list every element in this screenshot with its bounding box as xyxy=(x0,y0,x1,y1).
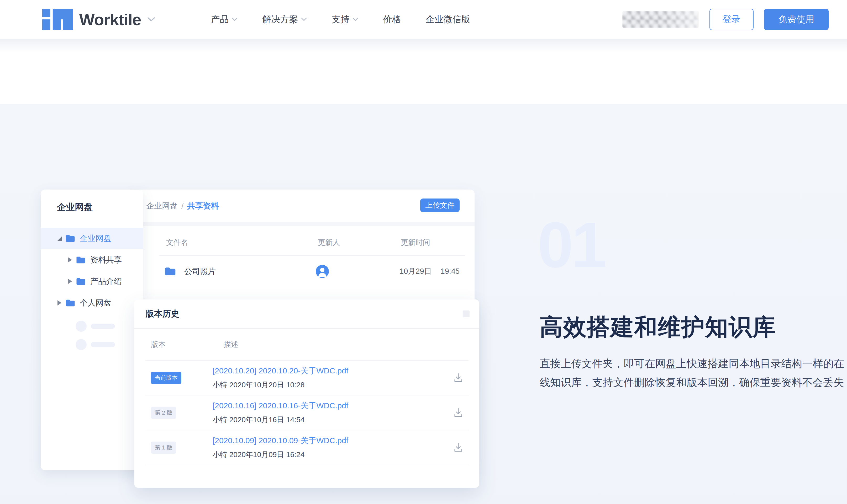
square-placeholder-icon[interactable] xyxy=(463,310,470,317)
version-badge: 第 1 版 xyxy=(151,442,176,454)
tree-item-label: 个人网盘 xyxy=(80,298,111,308)
folder-tree: 企业网盘 资料共享 产品介绍 个人 xyxy=(41,228,143,350)
nav-item-label: 价格 xyxy=(383,13,401,25)
version-history-modal: 版本历史 版本 描述 当前版本 [2020.10.20] 2020.10.20-… xyxy=(134,300,479,488)
version-table-header: 版本 描述 xyxy=(134,329,479,360)
version-row: 当前版本 [2020.10.20] 2020.10.20-关于WDC.pdf 小… xyxy=(145,360,468,395)
version-row: 第 1 版 [2020.10.09] 2020.10.09-关于WDC.pdf … xyxy=(145,430,468,465)
nav-item-label: 企业微信版 xyxy=(426,13,470,25)
tree-item-shared-materials[interactable]: 资料共享 xyxy=(41,249,143,270)
breadcrumb-root[interactable]: 企业网盘 xyxy=(146,201,178,211)
caret-right-icon[interactable] xyxy=(57,300,62,306)
feature-heading: 高效搭建和维护知识库 xyxy=(540,311,776,343)
version-badge-cell: 当前版本 xyxy=(145,372,213,384)
breadcrumb-separator: / xyxy=(182,202,184,211)
brand-name: Worktile xyxy=(79,10,141,29)
drive-sidebar-card: 企业网盘 企业网盘 资料共享 产品介绍 xyxy=(41,190,143,470)
folder-icon xyxy=(76,256,86,264)
version-info: [2020.10.20] 2020.10.20-关于WDC.pdf 小特 202… xyxy=(213,365,348,390)
chevron-down-icon xyxy=(352,18,358,21)
tree-item-enterprise-drive[interactable]: 企业网盘 xyxy=(41,228,143,249)
file-updated-time: 10月29日 19:45 xyxy=(399,266,460,277)
nav-menu: 产品 解决方案 支持 价格 企业微信版 xyxy=(211,13,495,25)
tree-item-product-intro[interactable]: 产品介绍 xyxy=(41,271,143,292)
version-table-bottom-divider xyxy=(145,465,468,488)
nav-item-label: 产品 xyxy=(211,13,229,25)
folder-icon xyxy=(66,235,75,242)
upload-file-button[interactable]: 上传文件 xyxy=(420,198,460,212)
chevron-down-icon xyxy=(232,18,238,21)
download-icon[interactable] xyxy=(453,372,464,384)
chevron-down-icon xyxy=(301,18,307,21)
nav-item-pricing[interactable]: 价格 xyxy=(383,13,401,25)
worktile-logo[interactable]: Worktile xyxy=(42,9,155,30)
caret-right-icon[interactable] xyxy=(68,257,72,263)
tree-item-label: 资料共享 xyxy=(90,255,122,265)
version-meta: 小特 2020年10月16日 14:54 xyxy=(213,415,348,425)
folder-icon xyxy=(66,299,75,307)
nav-item-support[interactable]: 支持 xyxy=(331,13,358,25)
caret-right-icon[interactable] xyxy=(68,279,72,284)
nav-item-products[interactable]: 产品 xyxy=(211,13,238,25)
tree-item-label: 产品介绍 xyxy=(90,276,122,287)
skeleton-circle xyxy=(75,321,87,332)
download-icon[interactable] xyxy=(453,407,464,419)
version-badge-current: 当前版本 xyxy=(151,372,182,384)
version-meta: 小特 2020年10月09日 16:24 xyxy=(213,450,348,460)
free-trial-button[interactable]: 免费使用 xyxy=(764,8,829,30)
download-icon[interactable] xyxy=(453,442,464,454)
updated-date: 10月29日 xyxy=(399,267,432,275)
skeleton-row xyxy=(75,321,143,332)
nav-right-group: 登录 免费使用 xyxy=(622,8,829,30)
skeleton-bar xyxy=(91,342,115,347)
folder-icon xyxy=(165,267,176,276)
tree-item-personal-drive[interactable]: 个人网盘 xyxy=(41,292,143,313)
version-row: 第 2 版 [2020.10.16] 2020.10.16-关于WDC.pdf … xyxy=(145,395,468,430)
feature-description: 直接上传文件夹，即可在网盘上快速搭建同本地目录结构一样的在线知识库，支持文件删除… xyxy=(540,354,847,392)
file-table-row[interactable]: 公司照片 10月29日 19:45 xyxy=(131,256,474,287)
version-info: [2020.10.16] 2020.10.16-关于WDC.pdf 小特 202… xyxy=(213,400,348,425)
caret-down-icon[interactable] xyxy=(57,236,62,241)
breadcrumb-current: 共享资料 xyxy=(187,201,219,211)
nav-item-solutions[interactable]: 解决方案 xyxy=(262,13,307,25)
top-navbar: Worktile 产品 解决方案 支持 价格 企业微信版 xyxy=(0,0,847,39)
worktile-logo-icon xyxy=(42,9,73,30)
feature-index-watermark: 01 xyxy=(538,213,605,277)
column-header-version: 版本 xyxy=(151,340,224,349)
skeleton-row xyxy=(75,339,143,350)
drive-toolbar: 企业网盘 / 共享资料 上传文件 xyxy=(131,190,474,222)
modal-title: 版本历史 xyxy=(146,308,179,320)
column-header-filename: 文件名 xyxy=(166,238,318,248)
toolbar-divider-strip xyxy=(131,222,474,226)
skeleton-circle xyxy=(75,339,87,350)
version-badge: 第 2 版 xyxy=(151,407,176,419)
updated-clock: 19:45 xyxy=(441,267,460,275)
worktile-landing-page: Worktile 产品 解决方案 支持 价格 企业微信版 xyxy=(0,0,847,504)
file-table-header: 文件名 更新人 更新时间 xyxy=(131,226,474,248)
modal-header: 版本历史 xyxy=(134,300,479,328)
nav-item-wechat-work[interactable]: 企业微信版 xyxy=(426,13,470,25)
nav-item-label: 支持 xyxy=(331,13,349,25)
version-badge-cell: 第 2 版 xyxy=(145,407,213,419)
version-file-link[interactable]: [2020.10.16] 2020.10.16-关于WDC.pdf xyxy=(213,400,348,411)
navbar-shadow xyxy=(0,39,847,55)
column-header-updated-time: 更新时间 xyxy=(401,238,430,248)
sidebar-title: 企业网盘 xyxy=(41,190,143,213)
login-button[interactable]: 登录 xyxy=(709,8,754,30)
chevron-down-icon xyxy=(147,17,155,22)
version-file-link[interactable]: [2020.10.09] 2020.10.09-关于WDC.pdf xyxy=(213,435,348,446)
folder-icon xyxy=(76,278,86,285)
version-badge-cell: 第 1 版 xyxy=(145,442,213,454)
skeleton-bar xyxy=(91,324,115,329)
file-name: 公司照片 xyxy=(184,266,216,277)
user-avatar-icon xyxy=(316,265,329,279)
masked-phone-number xyxy=(622,11,699,28)
version-meta: 小特 2020年10月20日 10:28 xyxy=(213,380,348,390)
column-header-description: 描述 xyxy=(224,340,238,349)
version-file-link[interactable]: [2020.10.20] 2020.10.20-关于WDC.pdf xyxy=(213,365,348,376)
version-info: [2020.10.09] 2020.10.09-关于WDC.pdf 小特 202… xyxy=(213,435,348,460)
nav-item-label: 解决方案 xyxy=(262,13,298,25)
tree-item-label: 企业网盘 xyxy=(80,233,111,244)
column-header-updater: 更新人 xyxy=(318,238,401,248)
